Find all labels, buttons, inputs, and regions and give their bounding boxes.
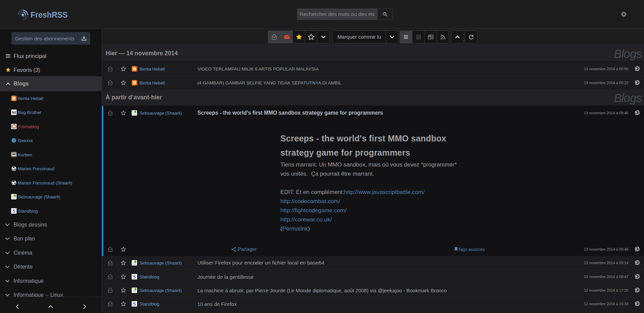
svg-text:S: S [13, 208, 15, 214]
svg-text:S: S [133, 301, 136, 307]
svg-text:S: S [133, 274, 136, 279]
svg-text:M: M [12, 110, 16, 115]
